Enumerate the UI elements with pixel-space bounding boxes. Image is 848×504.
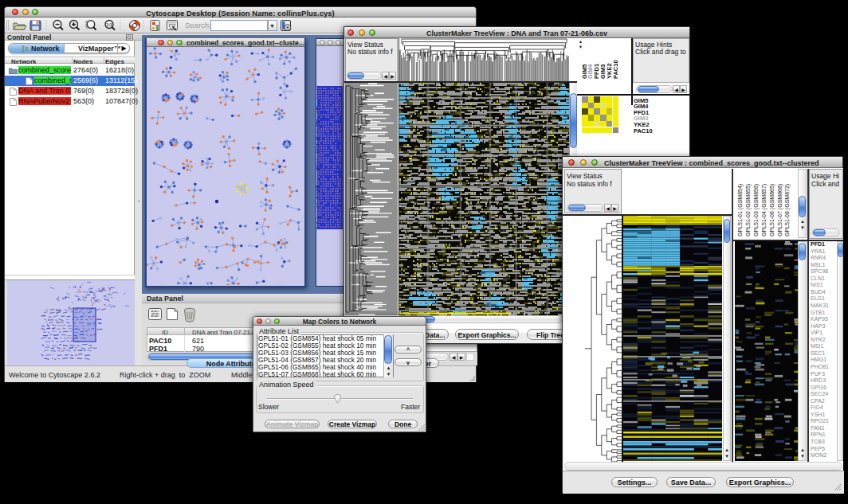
svg-text:1:1: 1:1 [106, 22, 112, 27]
